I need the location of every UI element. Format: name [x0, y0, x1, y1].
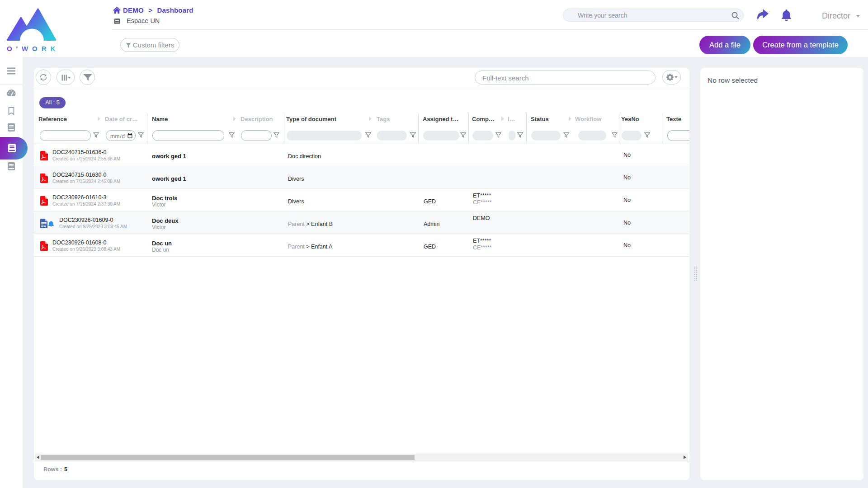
svg-text:O'WORK: O'WORK — [7, 45, 58, 52]
svg-text:w: w — [43, 224, 46, 228]
